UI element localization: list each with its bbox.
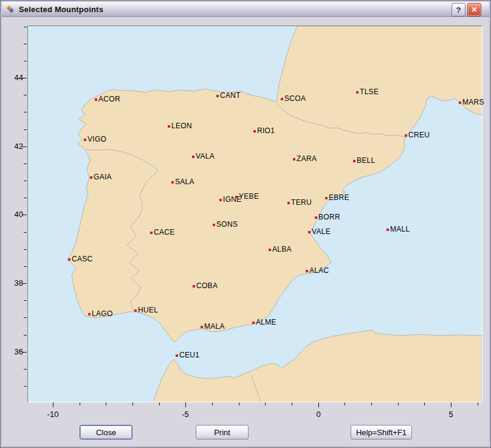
station-marker bbox=[287, 202, 290, 204]
x-axis-label: -10 bbox=[41, 410, 65, 419]
station-label: ALBA bbox=[272, 245, 292, 253]
y-minor-tick bbox=[24, 369, 27, 370]
help-button[interactable]: Help=Shift+F1 bbox=[351, 425, 412, 439]
x-minor-tick bbox=[106, 402, 106, 405]
x-major-tick bbox=[318, 402, 319, 407]
station-marker bbox=[95, 98, 97, 101]
station-label: TERU bbox=[291, 198, 312, 207]
y-minor-tick bbox=[24, 300, 27, 301]
titlebar-help-button[interactable]: ? bbox=[452, 3, 465, 16]
y-minor-tick bbox=[24, 266, 27, 267]
station-label: HUEL bbox=[138, 306, 158, 314]
station-label: VIGO bbox=[88, 135, 106, 143]
station-label: LAGO bbox=[92, 309, 113, 318]
station-label: RIO1 bbox=[257, 126, 275, 135]
selected-mountpoints-window: Selected Mountpoints ? ✕ -10-50544424038… bbox=[0, 0, 491, 448]
station-label: ACOR bbox=[98, 95, 120, 103]
x-minor-tick bbox=[265, 402, 266, 405]
x-major-tick bbox=[185, 402, 186, 407]
station-marker bbox=[308, 231, 311, 233]
station-marker bbox=[353, 160, 355, 162]
station-marker bbox=[306, 270, 308, 272]
station-label: ALAC bbox=[309, 266, 329, 275]
map-svg bbox=[28, 26, 482, 402]
x-minor-tick bbox=[398, 402, 399, 405]
station-marker bbox=[150, 232, 153, 234]
x-minor-tick bbox=[239, 402, 239, 405]
close-button[interactable]: Close bbox=[80, 425, 132, 439]
station-marker bbox=[68, 258, 70, 261]
station-label: ZARA bbox=[297, 154, 317, 163]
station-marker bbox=[315, 216, 317, 219]
station-marker bbox=[192, 156, 194, 158]
y-minor-tick bbox=[24, 129, 27, 130]
close-icon: ✕ bbox=[471, 5, 477, 14]
y-axis-label: 38 bbox=[5, 278, 23, 288]
y-axis-label: 44 bbox=[5, 73, 23, 82]
station-label: CREU bbox=[408, 131, 430, 139]
station-marker bbox=[293, 158, 295, 160]
x-minor-tick bbox=[212, 402, 213, 405]
x-axis-label: 0 bbox=[306, 410, 331, 419]
station-label: ALME bbox=[256, 318, 276, 326]
station-marker bbox=[219, 199, 222, 201]
station-marker bbox=[253, 130, 256, 133]
y-minor-tick bbox=[24, 27, 27, 27]
x-axis-label: 5 bbox=[439, 410, 463, 419]
station-label: CEU1 bbox=[179, 351, 199, 359]
station-marker bbox=[281, 98, 283, 100]
station-label: EBRE bbox=[329, 193, 349, 202]
y-minor-tick bbox=[24, 95, 27, 95]
x-axis-label: -5 bbox=[173, 410, 197, 419]
y-minor-tick bbox=[24, 335, 27, 336]
station-marker bbox=[459, 102, 461, 104]
y-axis-label: 40 bbox=[5, 210, 23, 219]
titlebar[interactable]: Selected Mountpoints ? ✕ bbox=[2, 2, 489, 17]
x-minor-tick bbox=[80, 402, 80, 405]
station-marker bbox=[405, 134, 407, 137]
y-axis-label: 36 bbox=[5, 347, 23, 356]
station-label: BELL bbox=[357, 156, 376, 165]
station-label: MARS bbox=[462, 98, 484, 106]
station-marker bbox=[269, 249, 271, 251]
station-marker bbox=[171, 181, 174, 184]
station-marker bbox=[235, 196, 238, 198]
station-label: TLSE bbox=[360, 88, 379, 96]
y-minor-tick bbox=[24, 232, 27, 233]
y-minor-tick bbox=[24, 181, 27, 181]
y-minor-tick bbox=[24, 386, 27, 387]
x-minor-tick bbox=[159, 402, 160, 405]
station-label: COBA bbox=[196, 281, 218, 290]
y-minor-tick bbox=[24, 164, 27, 164]
station-marker bbox=[90, 176, 92, 179]
station-marker bbox=[325, 197, 328, 199]
x-minor-tick bbox=[371, 402, 372, 405]
x-minor-tick bbox=[424, 402, 425, 405]
station-marker bbox=[84, 139, 86, 141]
station-label: CACE bbox=[154, 228, 175, 236]
station-marker bbox=[88, 313, 91, 315]
print-button[interactable]: Print bbox=[196, 425, 249, 439]
station-marker bbox=[168, 125, 170, 128]
station-label: LEON bbox=[171, 122, 192, 130]
app-icon bbox=[5, 4, 15, 14]
station-marker bbox=[213, 224, 215, 226]
y-minor-tick bbox=[24, 44, 27, 44]
station-marker bbox=[356, 91, 359, 94]
window-title: Selected Mountpoints bbox=[19, 5, 103, 14]
station-label: SALA bbox=[175, 177, 194, 186]
station-label: VALE bbox=[312, 227, 331, 236]
station-label: GAIA bbox=[94, 173, 112, 181]
x-major-tick bbox=[53, 402, 53, 407]
titlebar-buttons: ? ✕ bbox=[452, 3, 481, 16]
y-minor-tick bbox=[24, 317, 27, 318]
x-major-tick bbox=[451, 402, 452, 407]
map-plot bbox=[27, 26, 482, 402]
x-minor-tick bbox=[132, 402, 133, 405]
y-minor-tick bbox=[24, 112, 27, 112]
titlebar-close-button[interactable]: ✕ bbox=[467, 3, 481, 16]
station-label: CASC bbox=[72, 255, 93, 263]
station-marker bbox=[216, 95, 219, 97]
x-minor-tick bbox=[478, 402, 478, 405]
y-axis-label: 42 bbox=[5, 142, 23, 151]
